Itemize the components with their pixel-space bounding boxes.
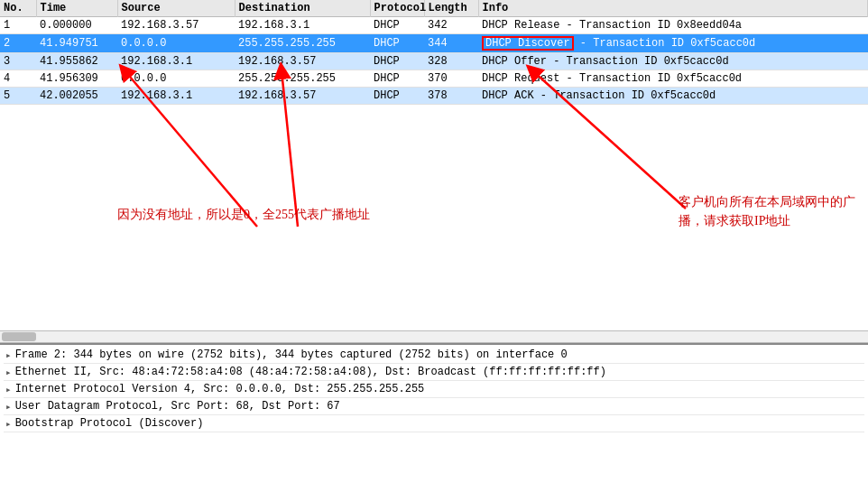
cell-protocol: DHCP: [370, 34, 424, 53]
scrollbar-thumb[interactable]: [2, 332, 36, 341]
annotation-left: 因为没有地址，所以是0，全255代表广播地址: [117, 206, 370, 224]
annotation-right: 客户机向所有在本局域网中的广播，请求获取IP地址: [679, 192, 859, 230]
cell-destination: 255.255.255.255: [235, 70, 370, 88]
cell-info: DHCP Request - Transaction ID 0xf5cacc0d: [478, 70, 868, 88]
expand-icon-1: ▸: [5, 367, 12, 378]
cell-protocol: DHCP: [370, 53, 424, 70]
cell-no: 3: [0, 53, 36, 70]
detail-item-3[interactable]: ▸User Datagram Protocol, Src Port: 68, D…: [4, 398, 864, 415]
cell-protocol: DHCP: [370, 17, 424, 34]
cell-length: 342: [424, 17, 478, 34]
cell-time: 42.002055: [36, 88, 117, 105]
expand-icon-2: ▸: [5, 384, 12, 395]
detail-item-text-0: Frame 2: 344 bytes on wire (2752 bits), …: [15, 348, 568, 361]
detail-item-text-2: Internet Protocol Version 4, Src: 0.0.0.…: [15, 383, 425, 395]
col-header-source[interactable]: Source: [117, 0, 235, 17]
table-row[interactable]: 10.000000192.168.3.57192.168.3.1DHCP342D…: [0, 17, 868, 34]
col-header-no[interactable]: No.: [0, 0, 36, 17]
packet-table: No. Time Source Destination Protocol Len…: [0, 0, 868, 105]
cell-no: 4: [0, 70, 36, 88]
detail-item-4[interactable]: ▸Bootstrap Protocol (Discover): [4, 415, 864, 432]
expand-icon-3: ▸: [5, 401, 12, 413]
cell-protocol: DHCP: [370, 88, 424, 105]
table-row[interactable]: 341.955862192.168.3.1192.168.3.57DHCP328…: [0, 53, 868, 70]
expand-icon-4: ▸: [5, 418, 12, 430]
cell-time: 0.000000: [36, 17, 117, 34]
cell-info: DHCP Offer - Transaction ID 0xf5cacc0d: [478, 53, 868, 70]
cell-destination: 192.168.3.57: [235, 88, 370, 105]
cell-info: DHCP Release - Transaction ID 0x8eedd04a: [478, 17, 868, 34]
table-header-row: No. Time Source Destination Protocol Len…: [0, 0, 868, 17]
col-header-time[interactable]: Time: [36, 0, 117, 17]
cell-length: 370: [424, 70, 478, 88]
detail-item-0[interactable]: ▸Frame 2: 344 bytes on wire (2752 bits),…: [4, 347, 864, 364]
cell-info: DHCP ACK - Transaction ID 0xf5cacc0d: [478, 88, 868, 105]
cell-destination: 255.255.255.255: [235, 34, 370, 53]
cell-no: 5: [0, 88, 36, 105]
col-header-length[interactable]: Length: [424, 0, 478, 17]
cell-info: DHCP Discover - Transaction ID 0xf5cacc0…: [478, 34, 868, 53]
cell-source: 192.168.3.1: [117, 88, 235, 105]
table-row[interactable]: 241.9497510.0.0.0255.255.255.255DHCP344D…: [0, 34, 868, 53]
cell-source: 0.0.0.0: [117, 34, 235, 53]
cell-destination: 192.168.3.1: [235, 17, 370, 34]
cell-time: 41.955862: [36, 53, 117, 70]
detail-item-text-3: User Datagram Protocol, Src Port: 68, Ds…: [15, 400, 340, 413]
cell-no: 1: [0, 17, 36, 34]
horizontal-scrollbar[interactable]: [0, 330, 868, 343]
detail-item-text-4: Bootstrap Protocol (Discover): [15, 417, 204, 430]
expand-icon-0: ▸: [5, 349, 12, 361]
col-header-info[interactable]: Info: [478, 0, 868, 17]
cell-source: 0.0.0.0: [117, 70, 235, 88]
detail-panel: ▸Frame 2: 344 bytes on wire (2752 bits),…: [0, 343, 868, 483]
cell-time: 41.949751: [36, 34, 117, 53]
detail-items-container: ▸Frame 2: 344 bytes on wire (2752 bits),…: [4, 347, 864, 432]
packet-list-container: No. Time Source Destination Protocol Len…: [0, 0, 868, 105]
detail-item-2[interactable]: ▸Internet Protocol Version 4, Src: 0.0.0…: [4, 381, 864, 398]
col-header-destination[interactable]: Destination: [235, 0, 370, 17]
cell-source: 192.168.3.1: [117, 53, 235, 70]
cell-no: 2: [0, 34, 36, 53]
detail-item-text-1: Ethernet II, Src: 48:a4:72:58:a4:08 (48:…: [15, 366, 606, 378]
dhcp-discover-box: DHCP Discover: [482, 36, 574, 51]
col-header-protocol[interactable]: Protocol: [370, 0, 424, 17]
table-row[interactable]: 441.9563090.0.0.0255.255.255.255DHCP370D…: [0, 70, 868, 88]
cell-protocol: DHCP: [370, 70, 424, 88]
table-row[interactable]: 542.002055192.168.3.1192.168.3.57DHCP378…: [0, 88, 868, 105]
cell-time: 41.956309: [36, 70, 117, 88]
cell-destination: 192.168.3.57: [235, 53, 370, 70]
detail-item-1[interactable]: ▸Ethernet II, Src: 48:a4:72:58:a4:08 (48…: [4, 364, 864, 381]
cell-length: 378: [424, 88, 478, 105]
cell-source: 192.168.3.57: [117, 17, 235, 34]
cell-length: 344: [424, 34, 478, 53]
cell-length: 328: [424, 53, 478, 70]
